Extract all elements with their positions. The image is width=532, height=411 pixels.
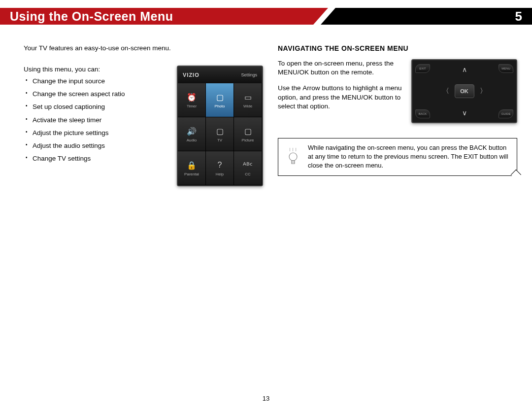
tv-menu-cell: ▢Photo: [206, 83, 234, 117]
remote-dpad: OK ∧ ∨ 〈 〉: [435, 62, 494, 121]
menu-cell-icon: ▢: [241, 126, 254, 137]
menu-cell-icon: ▭: [241, 92, 254, 103]
bullet-item: Change the screen aspect ratio: [33, 90, 168, 99]
back-button: BACK: [415, 109, 430, 118]
menu-cell-icon: ▢: [213, 126, 226, 137]
guide-button: GUIDE: [499, 109, 513, 118]
header-black-band: 5: [321, 8, 532, 25]
menu-cell-icon: ⏰: [185, 92, 198, 103]
chapter-number: 5: [515, 9, 522, 24]
menu-cell-label: Parental: [184, 172, 199, 176]
tv-menu-cell: 🔊Audio: [178, 117, 206, 151]
menu-cell-label: CC: [245, 172, 251, 176]
left-column: Your TV features an easy-to-use on-scree…: [24, 44, 263, 186]
menu-cell-label: Picture: [242, 138, 254, 142]
header-red-band: Using the On-Screen Menu: [0, 8, 313, 25]
tv-menu-cell: ⏰Timer: [178, 83, 206, 117]
arrow-down-icon: ∨: [460, 108, 469, 118]
page-title: Using the On-Screen Menu: [0, 9, 173, 24]
tv-menu-cell: ▢Picture: [234, 117, 262, 151]
tv-menu-grid: ⏰Timer▢Photo▭Wide🔊Audio▢TV▢Picture🔒Paren…: [178, 83, 262, 185]
arrow-left-icon: 〈: [441, 86, 451, 96]
menu-cell-icon: ?: [213, 160, 226, 171]
ok-button: OK: [455, 84, 474, 98]
paragraph-2: Use the Arrow buttons to highlight a men…: [278, 84, 404, 111]
right-column: NAVIGATING THE ON-SCREEN MENU To open th…: [278, 44, 517, 186]
page-header: Using the On-Screen Menu 5: [0, 8, 532, 25]
menu-cell-icon: 🔊: [185, 126, 198, 137]
section-heading: NAVIGATING THE ON-SCREEN MENU: [278, 44, 517, 52]
tv-menu-screenshot: VIZIO Settings ⏰Timer▢Photo▭Wide🔊Audio▢T…: [177, 66, 263, 186]
tv-menu-cell: ▢TV: [206, 117, 234, 151]
tip-callout: | | | While navigating the on-screen men…: [278, 138, 517, 176]
menu-cell-icon: ᴬᴮᶜ: [241, 160, 254, 171]
remote-screenshot: OK ∧ ∨ 〈 〉 EXIT MENU BACK GUIDE: [411, 59, 517, 123]
feature-bullets: Change the input source Change the scree…: [24, 77, 168, 164]
bullet-item: Adjust the audio settings: [33, 141, 168, 150]
menu-cell-label: Photo: [215, 104, 225, 108]
menu-cell-label: TV: [217, 138, 222, 142]
exit-button: EXIT: [415, 64, 430, 73]
lightbulb-icon: | | |: [285, 147, 301, 166]
menu-cell-label: Audio: [187, 138, 197, 142]
arrow-right-icon: 〉: [478, 86, 488, 96]
bullet-item: Set up closed captioning: [33, 103, 168, 111]
tv-menu-cell: ᴬᴮᶜCC: [234, 151, 262, 185]
tv-menu-cell: ?Help: [206, 151, 234, 185]
menu-cell-label: Help: [216, 172, 224, 176]
menu-cell-icon: 🔒: [185, 160, 198, 171]
tv-menu-cell: 🔒Parental: [178, 151, 206, 185]
right-body-text: To open the on-screen menu, press the ME…: [278, 59, 404, 118]
tv-corner-label: Settings: [241, 72, 257, 77]
svg-point-0: [289, 153, 297, 161]
arrow-up-icon: ∧: [460, 65, 469, 74]
menu-cell-label: Timer: [187, 104, 197, 108]
bullet-item: Adjust the picture settings: [33, 129, 168, 137]
tv-brand: VIZIO: [183, 72, 200, 78]
paragraph-1: To open the on-screen menu, press the ME…: [278, 59, 404, 77]
tv-header: VIZIO Settings: [178, 67, 262, 83]
menu-button: MENU: [499, 64, 513, 73]
bullet-item: Change the input source: [33, 77, 168, 86]
bullet-item: Change TV settings: [33, 154, 168, 163]
bullet-item: Activate the sleep timer: [33, 116, 168, 125]
page-number: 13: [263, 395, 269, 402]
tv-menu-cell: ▭Wide: [234, 83, 262, 117]
using-text: Using this menu, you can:: [24, 66, 168, 73]
menu-cell-icon: ▢: [213, 92, 226, 103]
intro-text: Your TV features an easy-to-use on-scree…: [24, 44, 263, 52]
menu-cell-label: Wide: [243, 104, 252, 108]
